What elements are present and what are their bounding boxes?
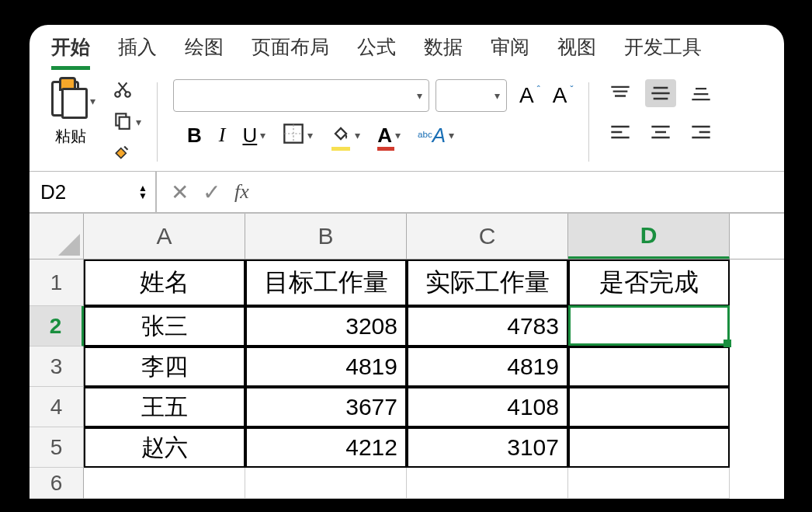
underline-button[interactable]: U xyxy=(242,124,257,148)
cell-C1[interactable]: 实际工作量 xyxy=(407,259,568,306)
borders-button[interactable] xyxy=(283,123,304,148)
cancel-formula-button[interactable]: ✕ xyxy=(171,179,189,205)
font-name-select[interactable]: ▾ xyxy=(173,79,429,112)
bold-button[interactable]: B xyxy=(187,124,202,148)
phonetic-dropdown-icon[interactable]: ▾ xyxy=(449,129,454,141)
align-right-button[interactable] xyxy=(685,118,717,146)
cell-D3[interactable] xyxy=(568,347,730,387)
cell-C3[interactable]: 4819 xyxy=(407,347,568,387)
row-header-3[interactable]: 3 xyxy=(29,347,84,387)
cell-A5[interactable]: 赵六 xyxy=(84,427,245,468)
cell-A3[interactable]: 李四 xyxy=(84,347,245,387)
align-bottom-button[interactable] xyxy=(685,79,717,107)
col-header-B[interactable]: B xyxy=(245,214,407,259)
group-separator xyxy=(588,82,589,162)
borders-dropdown-icon[interactable]: ▾ xyxy=(307,129,313,141)
format-painter-button[interactable] xyxy=(113,141,141,165)
cell-B6[interactable] xyxy=(245,468,407,499)
align-top-button[interactable] xyxy=(605,79,636,107)
tab-start[interactable]: 开始 xyxy=(51,34,90,70)
copy-button[interactable]: ▾ xyxy=(113,110,141,134)
clipboard-mini-buttons: ▾ xyxy=(113,79,141,165)
clipboard-group: ▾ 粘贴 xyxy=(45,79,95,147)
tab-review[interactable]: 审阅 xyxy=(491,34,529,70)
font-group: ▾ ▾ Aˆ Aˇ B I U ▾ ▾ xyxy=(173,79,573,148)
chevron-down-icon: ▾ xyxy=(494,89,500,102)
cell-C2[interactable]: 4783 xyxy=(407,306,568,347)
tab-developer[interactable]: 开发工具 xyxy=(624,34,702,70)
ribbon-toolbar: ▾ 粘贴 ▾ xyxy=(29,70,784,172)
group-separator xyxy=(157,82,158,162)
brush-icon xyxy=(113,141,133,165)
svg-point-1 xyxy=(125,92,130,97)
cell-A4[interactable]: 王五 xyxy=(84,387,245,427)
namebox-stepper-icon[interactable]: ▲▼ xyxy=(138,184,147,200)
font-size-select[interactable]: ▾ xyxy=(435,79,507,112)
scissors-icon xyxy=(113,79,133,103)
font-color-button[interactable]: A xyxy=(377,124,392,148)
cell-C5[interactable]: 3107 xyxy=(407,427,568,468)
font-color-swatch xyxy=(377,147,394,151)
cell-C6[interactable] xyxy=(407,468,568,499)
align-middle-button[interactable] xyxy=(645,79,676,107)
col-header-A[interactable]: A xyxy=(84,214,245,259)
row-header-6[interactable]: 6 xyxy=(29,468,84,499)
row-header-5[interactable]: 5 xyxy=(29,427,84,468)
decrease-font-button[interactable]: Aˇ xyxy=(547,83,574,108)
enter-formula-button[interactable]: ✓ xyxy=(203,179,220,205)
tab-insert[interactable]: 插入 xyxy=(118,34,157,70)
decrease-caret-icon: ˇ xyxy=(570,85,573,96)
fill-color-button[interactable] xyxy=(330,123,352,148)
fill-color-dropdown-icon[interactable]: ▾ xyxy=(355,129,360,141)
italic-button[interactable]: I xyxy=(219,124,226,147)
cell-D6[interactable] xyxy=(568,468,730,499)
paste-label: 粘贴 xyxy=(55,126,86,147)
cell-B2[interactable]: 3208 xyxy=(245,306,407,347)
name-box-value: D2 xyxy=(40,180,66,204)
increase-caret-icon: ˆ xyxy=(537,85,540,96)
align-center-button[interactable] xyxy=(645,118,676,146)
name-box[interactable]: D2 ▲▼ xyxy=(29,172,157,212)
cell-B3[interactable]: 4819 xyxy=(245,347,407,387)
tab-data[interactable]: 数据 xyxy=(424,34,463,70)
cell-A2[interactable]: 张三 xyxy=(84,306,245,347)
excel-window: 开始 插入 绘图 页面布局 公式 数据 审阅 视图 开发工具 ▾ 粘贴 xyxy=(29,25,784,499)
paste-dropdown-icon[interactable]: ▾ xyxy=(90,95,95,107)
cut-button[interactable] xyxy=(113,79,141,103)
formula-input[interactable] xyxy=(263,172,784,212)
formula-bar: D2 ▲▼ ✕ ✓ fx xyxy=(29,172,784,214)
row-header-2[interactable]: 2 xyxy=(29,306,84,347)
increase-font-button[interactable]: Aˆ xyxy=(513,83,540,108)
svg-point-0 xyxy=(115,92,120,97)
col-header-D[interactable]: D xyxy=(568,214,730,259)
cell-B5[interactable]: 4212 xyxy=(245,427,407,468)
cell-A1[interactable]: 姓名 xyxy=(84,259,245,306)
ribbon-tabs: 开始 插入 绘图 页面布局 公式 数据 审阅 视图 开发工具 xyxy=(29,25,784,70)
cell-B1[interactable]: 目标工作量 xyxy=(245,259,407,306)
tab-draw[interactable]: 绘图 xyxy=(185,34,224,70)
tab-pagelayout[interactable]: 页面布局 xyxy=(252,34,329,70)
cell-D1[interactable]: 是否完成 xyxy=(568,259,730,306)
cell-D2[interactable] xyxy=(568,306,730,347)
tab-view[interactable]: 视图 xyxy=(557,34,596,70)
align-left-button[interactable] xyxy=(605,118,636,146)
cell-A6[interactable] xyxy=(84,468,245,499)
tab-formulas[interactable]: 公式 xyxy=(357,34,396,70)
alignment-group xyxy=(605,79,717,146)
paste-icon[interactable] xyxy=(45,79,88,123)
cell-C4[interactable]: 4108 xyxy=(407,387,568,427)
chevron-down-icon: ▾ xyxy=(417,89,422,102)
fx-icon[interactable]: fx xyxy=(234,180,249,204)
cell-D4[interactable] xyxy=(568,387,730,427)
copy-dropdown-icon[interactable]: ▾ xyxy=(136,116,141,128)
select-all-corner[interactable] xyxy=(29,214,84,259)
row-header-1[interactable]: 1 xyxy=(29,259,84,306)
underline-dropdown-icon[interactable]: ▾ xyxy=(260,129,265,141)
copy-icon xyxy=(113,110,133,134)
font-color-dropdown-icon[interactable]: ▾ xyxy=(395,129,401,141)
row-header-4[interactable]: 4 xyxy=(29,387,84,427)
phonetic-button[interactable]: abcA xyxy=(418,124,446,148)
cell-D5[interactable] xyxy=(568,427,730,468)
cell-B4[interactable]: 3677 xyxy=(245,387,407,427)
col-header-C[interactable]: C xyxy=(407,214,568,259)
